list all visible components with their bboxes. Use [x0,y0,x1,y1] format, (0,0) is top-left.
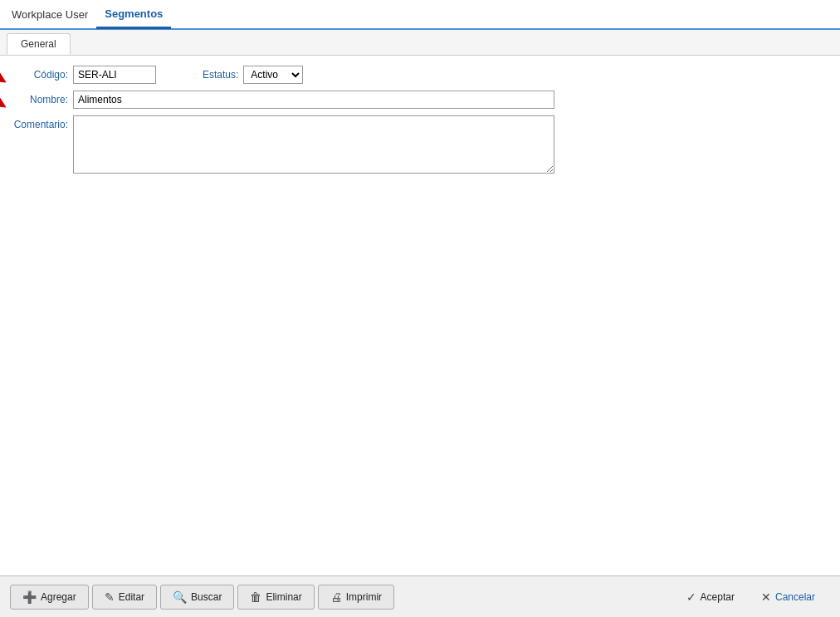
nombre-row: Nombre: [7,91,833,109]
imprimir-label: Imprimir [346,591,382,603]
agregar-icon: ➕ [22,590,37,604]
aceptar-icon: ✓ [686,590,696,604]
nav-workplace[interactable]: Workplace User [3,2,96,27]
agregar-button[interactable]: ➕ Agregar [10,585,89,610]
agregar-label: Agregar [41,591,76,603]
top-nav: Workplace User Segmentos [0,0,840,30]
aceptar-button[interactable]: ✓ Aceptar [675,585,746,609]
nombre-label: Nombre: [7,94,73,105]
comentario-row: Comentario: [7,115,833,174]
comentario-input[interactable] [73,115,554,174]
cancelar-button[interactable]: ✕ Cancelar [750,585,827,609]
red-arrow-nombre [0,91,7,108]
eliminar-label: Eliminar [266,591,301,603]
buscar-button[interactable]: 🔍 Buscar [160,585,234,610]
tab-row: General [0,30,840,56]
eliminar-icon: 🗑 [250,590,261,604]
red-arrow-codigo [0,66,7,83]
codigo-input[interactable] [73,66,156,84]
svg-line-1 [0,95,2,105]
comentario-label: Comentario: [7,115,73,130]
estatus-label: Estatus: [203,69,238,81]
main-content: Código: Estatus: Activo Inactivo [0,56,840,575]
codigo-field-group: Estatus: Activo Inactivo [73,66,833,84]
cancelar-icon: ✕ [761,590,771,604]
codigo-row: Código: Estatus: Activo Inactivo [7,66,833,84]
cancelar-label: Cancelar [775,591,815,603]
editar-button[interactable]: ✎ Editar [92,585,157,610]
bottom-toolbar: ➕ Agregar ✎ Editar 🔍 Buscar 🗑 Eliminar 🖨… [0,575,840,617]
nombre-input[interactable] [73,91,554,109]
codigo-label: Código: [7,69,73,81]
estatus-select[interactable]: Activo Inactivo [243,66,303,84]
imprimir-button[interactable]: 🖨 Imprimir [318,585,394,610]
eliminar-button[interactable]: 🗑 Eliminar [237,585,314,610]
editar-icon: ✎ [105,590,115,604]
editar-label: Editar [119,591,144,603]
tab-general[interactable]: General [7,33,71,55]
buscar-label: Buscar [191,591,222,603]
svg-line-0 [0,70,2,80]
aceptar-label: Aceptar [701,591,735,603]
buscar-icon: 🔍 [173,590,187,604]
nav-segmentos[interactable]: Segmentos [96,1,171,29]
estatus-group: Estatus: Activo Inactivo [203,66,303,84]
imprimir-icon: 🖨 [330,590,342,604]
